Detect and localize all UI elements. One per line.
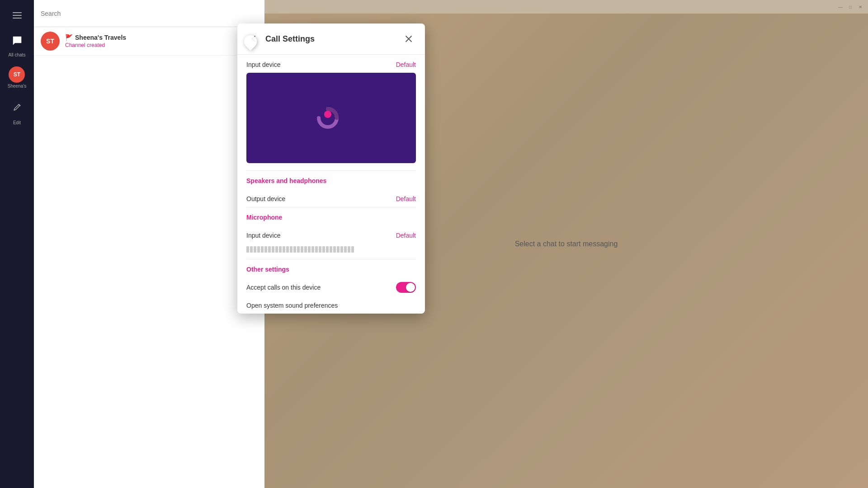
mic-input-device-row: Input device Default [237, 225, 425, 244]
mic-bar-22 [322, 246, 325, 253]
sidebar-edit-label: Edit [13, 120, 21, 125]
mic-bar-17 [304, 246, 307, 253]
sidebar-sheenas[interactable]: ST Sheena's [8, 66, 26, 89]
mic-bar-15 [297, 246, 300, 253]
mic-bar-10 [279, 246, 282, 253]
mic-bar-29 [348, 246, 350, 253]
mic-bar-6 [264, 246, 267, 253]
mic-bar-23 [326, 246, 329, 253]
empty-state-message: Select a chat to start messaging [515, 240, 618, 248]
mic-bar-1 [246, 246, 249, 253]
other-settings-section-heading: Other settings [237, 259, 425, 277]
left-panel: ST 🚩 Sheena's Travels Channel created [34, 0, 264, 488]
modal-title: Call Settings [265, 34, 401, 44]
svg-rect-2 [13, 18, 22, 19]
search-input[interactable] [41, 10, 258, 17]
mic-bar-3 [254, 246, 256, 253]
input-device-row: Input device Default [237, 55, 425, 73]
mic-bar-11 [283, 246, 285, 253]
accept-calls-toggle[interactable] [396, 282, 416, 293]
mic-bar-13 [290, 246, 292, 253]
mic-input-value[interactable]: Default [396, 232, 416, 239]
sidebar-all-chats-label: All chats [9, 52, 26, 57]
speakers-section-heading: Speakers and headphones [237, 171, 425, 189]
mic-bar-30 [351, 246, 354, 253]
mic-bar-27 [340, 246, 343, 253]
modal-close-button[interactable] [401, 32, 416, 46]
mic-bar-26 [337, 246, 340, 253]
chat-preview: Channel created [65, 42, 258, 48]
chat-item[interactable]: ST 🚩 Sheena's Travels Channel created [34, 27, 264, 56]
microphone-meter [237, 244, 425, 259]
modal-body: Input device Default Speakers and headph… [237, 55, 425, 314]
search-bar [34, 0, 264, 27]
mic-bar-5 [261, 246, 264, 253]
teams-logo-spinner [313, 100, 349, 136]
input-device-value[interactable]: Default [396, 61, 416, 68]
sidebar-edit[interactable]: Edit [8, 98, 26, 125]
chat-info: 🚩 Sheena's Travels Channel created [65, 34, 258, 48]
sidebar-edit-icon [8, 99, 26, 117]
input-device-label: Input device [246, 61, 281, 68]
mic-bar-18 [308, 246, 311, 253]
open-sound-prefs-row[interactable]: Open system sound preferences [237, 297, 425, 314]
mic-bar-8 [272, 246, 274, 253]
mic-bar-19 [311, 246, 314, 253]
mic-bar-28 [344, 246, 347, 253]
svg-point-3 [324, 111, 331, 118]
sidebar-avatar: ST [9, 66, 25, 83]
toggle-knob [406, 283, 415, 292]
sidebar-all-chats[interactable]: All chats [8, 30, 26, 57]
mic-bar-4 [257, 246, 260, 253]
mic-bar-7 [268, 246, 271, 253]
accept-calls-label: Accept calls on this device [246, 284, 321, 291]
sidebar: All chats ST Sheena's Edit [0, 0, 34, 488]
channel-flag-icon: 🚩 [65, 34, 73, 41]
channel-name-text: Sheena's Travels [75, 34, 126, 41]
output-device-label: Output device [246, 195, 285, 202]
mic-bar-25 [333, 246, 336, 253]
mic-bar-21 [319, 246, 321, 253]
mic-bar-14 [293, 246, 296, 253]
sidebar-sheenas-label: Sheena's [8, 84, 26, 89]
mic-bar-2 [250, 246, 253, 253]
open-sound-prefs-label[interactable]: Open system sound preferences [246, 302, 338, 309]
microphone-section-heading: Microphone [237, 207, 425, 225]
svg-rect-1 [13, 15, 22, 16]
modal-header: Call Settings [237, 23, 425, 55]
camera-preview [246, 73, 416, 163]
output-device-value[interactable]: Default [396, 195, 416, 202]
mic-input-label: Input device [246, 232, 281, 239]
mic-bar-12 [286, 246, 289, 253]
accept-calls-row: Accept calls on this device [237, 277, 425, 297]
sidebar-chat-icon [8, 32, 26, 50]
sidebar-menu-icon[interactable] [8, 6, 26, 24]
mic-bar-20 [315, 246, 318, 253]
mic-bar-9 [275, 246, 278, 253]
avatar: ST [41, 32, 60, 51]
output-device-row: Output device Default [237, 189, 425, 207]
mic-bar-16 [301, 246, 303, 253]
call-settings-modal: Call Settings Input device Default [237, 23, 425, 314]
mic-bar-24 [330, 246, 332, 253]
svg-rect-0 [13, 12, 22, 13]
chat-name: 🚩 Sheena's Travels [65, 34, 258, 41]
